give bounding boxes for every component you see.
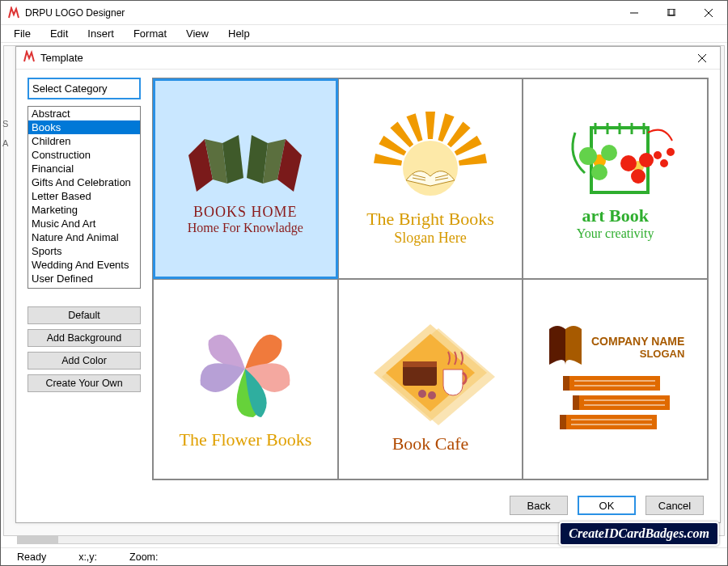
add-color-button[interactable]: Add Color bbox=[28, 352, 141, 370]
category-item[interactable]: Books bbox=[28, 120, 140, 134]
status-xy: x:,y: bbox=[78, 551, 97, 563]
svg-point-40 bbox=[631, 169, 645, 184]
template-cell[interactable]: art Book Your creativity bbox=[523, 78, 708, 279]
svg-marker-14 bbox=[425, 112, 435, 139]
category-item[interactable]: User Defined bbox=[28, 272, 140, 285]
dialog-body: Select Category Abstract Books Children … bbox=[16, 70, 720, 488]
maximize-icon bbox=[667, 9, 675, 17]
dialog-title: Template bbox=[40, 52, 83, 64]
category-item[interactable]: Financial bbox=[28, 162, 140, 175]
template-title: BOOKS HOME bbox=[193, 204, 298, 221]
category-item[interactable]: Letter Based bbox=[28, 189, 140, 203]
titlebar: DRPU LOGO Designer bbox=[1, 1, 727, 25]
svg-point-34 bbox=[579, 147, 597, 165]
app-title: DRPU LOGO Designer bbox=[25, 7, 616, 19]
template-art-book2-icon bbox=[546, 323, 586, 371]
svg-point-35 bbox=[601, 145, 617, 161]
select-category-button[interactable]: Select Category bbox=[28, 78, 141, 99]
create-own-button[interactable]: Create Your Own bbox=[28, 374, 141, 392]
category-item[interactable]: Sports bbox=[28, 244, 140, 258]
back-button[interactable]: Back bbox=[510, 496, 568, 515]
svg-rect-48 bbox=[403, 361, 437, 367]
dialog-titlebar: Template bbox=[16, 47, 720, 70]
template-title: COMPANY NAME bbox=[591, 335, 684, 348]
default-button[interactable]: Default bbox=[28, 306, 141, 324]
category-item[interactable]: Construction bbox=[28, 148, 140, 162]
menu-insert[interactable]: Insert bbox=[79, 26, 122, 41]
category-list[interactable]: Abstract Books Children Construction Fin… bbox=[28, 106, 141, 289]
template-dialog: Template Select Category Abstract Books … bbox=[15, 46, 721, 523]
svg-marker-19 bbox=[406, 113, 425, 142]
svg-rect-52 bbox=[563, 376, 569, 391]
svg-rect-55 bbox=[560, 415, 657, 429]
template-cell[interactable]: BOOKS HOME Home For Knowladge bbox=[153, 78, 338, 279]
svg-point-50 bbox=[428, 391, 436, 399]
template-grid: BOOKS HOME Home For Knowladge bbox=[152, 78, 709, 480]
svg-rect-54 bbox=[573, 395, 579, 410]
dialog-footer: Back OK Cancel bbox=[16, 488, 720, 522]
category-item[interactable]: Gifts And Celebration bbox=[28, 175, 140, 189]
watermark-badge: CreateIDCardBadges.com bbox=[559, 522, 719, 546]
maximize-button[interactable] bbox=[653, 1, 690, 25]
menu-view[interactable]: View bbox=[178, 26, 217, 41]
template-cell[interactable]: The Flower Books bbox=[153, 279, 338, 479]
category-item[interactable]: Nature And Animal bbox=[28, 230, 140, 244]
ruler-stub: SA bbox=[2, 119, 8, 148]
menu-help[interactable]: Help bbox=[220, 26, 258, 41]
category-item[interactable]: Children bbox=[28, 134, 140, 148]
svg-point-42 bbox=[661, 160, 667, 167]
sidebar-buttons: Default Add Background Add Color Create … bbox=[28, 306, 141, 392]
template-cell[interactable]: Book Cafe bbox=[338, 279, 523, 479]
canvas-area: SA Template Select Category bbox=[3, 45, 725, 536]
template-subtitle: Slogan Here bbox=[394, 230, 466, 247]
close-icon bbox=[705, 9, 713, 17]
svg-marker-15 bbox=[436, 113, 455, 142]
dialog-close-button[interactable] bbox=[684, 47, 720, 70]
svg-point-36 bbox=[591, 164, 607, 180]
template-art-petals-icon bbox=[180, 308, 310, 429]
menubar: File Edit Insert Format View Help bbox=[1, 25, 727, 43]
cancel-button[interactable]: Cancel bbox=[645, 496, 704, 515]
svg-rect-51 bbox=[563, 376, 660, 391]
template-title: art Book bbox=[582, 205, 649, 226]
minimize-button[interactable] bbox=[616, 1, 653, 25]
close-icon bbox=[698, 54, 706, 62]
template-title: The Flower Books bbox=[179, 429, 311, 450]
svg-marker-22 bbox=[374, 153, 403, 167]
template-subtitle: SLOGAN bbox=[591, 348, 684, 360]
sidebar: Select Category Abstract Books Children … bbox=[28, 78, 141, 480]
template-title: The Bright Books bbox=[366, 209, 494, 230]
template-art-flower-icon bbox=[551, 116, 680, 205]
template-title: Book Cafe bbox=[392, 433, 469, 454]
template-cell[interactable]: COMPANY NAME SLOGAN bbox=[523, 279, 708, 479]
category-item[interactable]: Marketing bbox=[28, 203, 140, 217]
category-item[interactable]: Music And Art bbox=[28, 217, 140, 230]
template-subtitle: Home For Knowladge bbox=[188, 221, 303, 235]
ok-button[interactable]: OK bbox=[578, 496, 636, 515]
template-art-sun-icon bbox=[362, 112, 499, 209]
category-item[interactable]: Wedding And Events bbox=[28, 258, 140, 272]
svg-rect-53 bbox=[573, 395, 670, 410]
category-item[interactable]: Abstract bbox=[28, 107, 140, 120]
app-icon bbox=[7, 6, 20, 19]
status-ready: Ready bbox=[17, 551, 46, 563]
menu-edit[interactable]: Edit bbox=[42, 26, 76, 41]
minimize-icon bbox=[630, 9, 638, 17]
template-cell[interactable]: The Bright Books Slogan Here bbox=[338, 78, 523, 279]
svg-point-43 bbox=[667, 149, 674, 155]
dialog-app-icon bbox=[23, 50, 36, 65]
svg-rect-56 bbox=[560, 415, 566, 429]
svg-point-13 bbox=[403, 141, 458, 196]
svg-point-39 bbox=[639, 153, 654, 167]
app-window: DRPU LOGO Designer File Edit Insert Form… bbox=[0, 0, 728, 566]
svg-point-41 bbox=[654, 152, 661, 158]
close-button[interactable] bbox=[690, 1, 727, 25]
menu-file[interactable]: File bbox=[6, 26, 39, 41]
status-zoom: Zoom: bbox=[129, 551, 158, 563]
svg-point-38 bbox=[620, 155, 637, 171]
add-background-button[interactable]: Add Background bbox=[28, 329, 141, 347]
template-subtitle: Your creativity bbox=[577, 226, 654, 241]
menu-format[interactable]: Format bbox=[125, 26, 175, 41]
svg-marker-18 bbox=[458, 153, 487, 167]
svg-point-49 bbox=[418, 390, 426, 398]
